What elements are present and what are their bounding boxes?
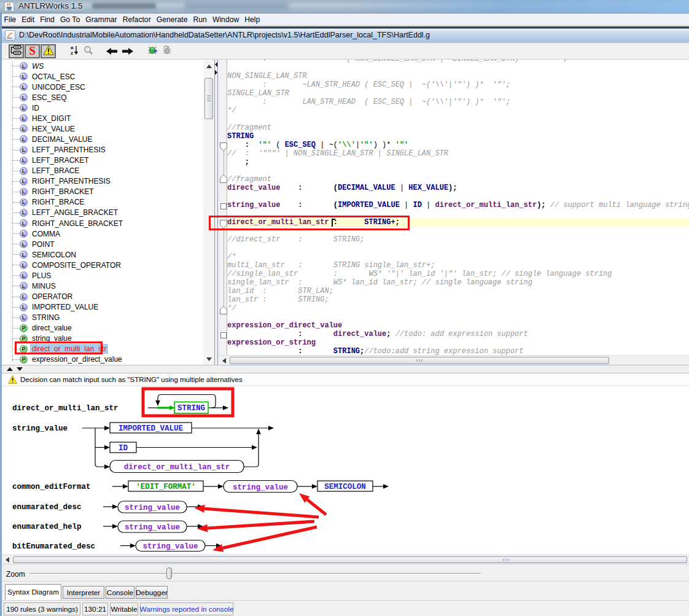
- scrollbar-left-arrow-icon[interactable]: [2, 556, 12, 564]
- code-line: STRING: [227, 132, 689, 141]
- tab-debugger[interactable]: Debugger: [136, 586, 168, 599]
- tree-rule-RIGHT_ANGLE_BRACKET[interactable]: LRIGHT_ANGLE_BRACKET: [2, 218, 125, 228]
- tree-connector: [12, 192, 20, 192]
- go-forward-button[interactable]: [120, 44, 135, 58]
- show-warnings-toggle-button[interactable]: [41, 44, 56, 58]
- scrollbar-left-arrow-icon[interactable]: [219, 356, 228, 365]
- rule-label: HEX_DIGIT: [30, 114, 72, 123]
- tree-rule-DECIMAL_VALUE[interactable]: LDECIMAL_VALUE: [2, 134, 94, 144]
- menu-go-to[interactable]: Go To: [57, 14, 82, 25]
- annotation-box-editor-rule: [209, 216, 410, 230]
- tree-connector: [12, 66, 20, 66]
- menu-run[interactable]: Run: [190, 14, 209, 25]
- syntax-diagram-toggle-button[interactable]: [9, 44, 24, 58]
- diagram-node-label: direct_or_multi_lan_str: [124, 463, 230, 472]
- zoom-slider-track[interactable]: [29, 573, 481, 574]
- tree-rule-IMPORTED_VALUE[interactable]: LIMPORTED_VALUE: [2, 302, 100, 313]
- parser-rule-icon: P: [20, 324, 28, 332]
- tree-rule-ID[interactable]: LID: [2, 103, 41, 113]
- rule-end-marker[interactable]: [220, 174, 227, 185]
- tree-rule-HEX_VALUE[interactable]: LHEX_VALUE: [2, 123, 77, 134]
- lexer-rule-icon: L: [20, 282, 28, 290]
- tree-rule-direct_value[interactable]: Pdirect_value: [2, 323, 74, 333]
- tree-rule-expression_or_direct_value[interactable]: Pexpression_or_direct_value: [2, 354, 124, 365]
- menu-refactor[interactable]: Refactor: [120, 14, 154, 25]
- tree-rule-ESC_SEQ[interactable]: LESC_SEQ: [2, 92, 69, 103]
- tree-rule-MINUS[interactable]: LMINUS: [2, 281, 58, 291]
- editor-horizontal-scrollbar[interactable]: [218, 355, 689, 365]
- tree-rule-UNICODE_ESC[interactable]: LUNICODE_ESC: [2, 82, 87, 92]
- menu-grammar[interactable]: Grammar: [83, 14, 120, 25]
- editor-code[interactable]: : '"""' ( NON_SINGLE_LAN_STR | SINGLE_LA…: [227, 60, 689, 355]
- debug-remote-button[interactable]: [159, 44, 174, 58]
- code-line: : '"' ( ESC_SEQ | ~('\\'|'"') )* '"': [227, 141, 689, 149]
- menu-window[interactable]: Window: [209, 14, 241, 25]
- rule-marker-square[interactable]: [220, 332, 227, 338]
- window-titlebar[interactable]: ANTLRWorks 1.5: [0, 0, 689, 14]
- rule-label: SEMICOLON: [30, 250, 78, 260]
- menu-edit[interactable]: Edit: [19, 14, 37, 25]
- annotation-arrow: [212, 527, 317, 552]
- tree-rule-RIGHT_PARENTHESIS[interactable]: LRIGHT_PARENTHESIS: [2, 176, 112, 187]
- scrollbar-thumb[interactable]: [13, 556, 687, 563]
- tree-rule-LEFT_ANGLE_BRACKET[interactable]: LLEFT_ANGLE_BRACKET: [2, 208, 120, 218]
- rule-marker-square[interactable]: [220, 203, 227, 209]
- sort-rules-button[interactable]: az: [68, 44, 82, 58]
- tree-rule-PLUS[interactable]: LPLUS: [2, 270, 53, 281]
- lexer-rule-icon: L: [20, 157, 28, 165]
- menu-generate[interactable]: Generate: [154, 14, 190, 25]
- go-back-button[interactable]: [104, 44, 119, 58]
- rule-end-marker[interactable]: [220, 306, 227, 317]
- code-line: /*: [227, 252, 689, 261]
- grammar-file-icon: [5, 30, 15, 41]
- code-line: [227, 115, 689, 123]
- scrollbar-thumb[interactable]: [230, 357, 609, 364]
- tree-rule-HEX_DIGIT[interactable]: LHEX_DIGIT: [2, 113, 72, 123]
- menu-find[interactable]: Find: [37, 14, 58, 25]
- debug-bug-icon: [147, 45, 158, 58]
- menu-file[interactable]: File: [1, 14, 19, 25]
- split-divider-horizontal[interactable]: [0, 365, 689, 373]
- tree-rule-LEFT_BRACKET[interactable]: LLEFT_BRACKET: [2, 155, 91, 166]
- tab-console[interactable]: Console: [106, 586, 134, 599]
- rule-label: MINUS: [30, 281, 58, 291]
- tree-rule-LEFT_PARENTHESIS[interactable]: LLEFT_PARENTHESIS: [2, 145, 107, 155]
- tree-rule-OCTAL_ESC[interactable]: LOCTAL_ESC: [2, 71, 77, 82]
- diagram-node-label: string_value: [125, 523, 180, 532]
- debug-button[interactable]: [145, 44, 160, 58]
- tab-syntax-diagram[interactable]: Syntax Diagram: [5, 584, 61, 600]
- tree-rule-RIGHT_BRACE[interactable]: LRIGHT_BRACE: [2, 197, 86, 208]
- tree-rule-COMMA[interactable]: LCOMMA: [2, 228, 62, 239]
- tree-rule-SEMICOLON[interactable]: LSEMICOLON: [2, 249, 78, 260]
- tree-rule-LEFT_BRACE[interactable]: LLEFT_BRACE: [2, 166, 81, 176]
- tab-interpreter[interactable]: Interpreter: [63, 586, 104, 599]
- zoom-slider-thumb[interactable]: [166, 567, 172, 579]
- split-collapse-arrows-icon[interactable]: [215, 62, 217, 76]
- rule-label: COMMA: [30, 229, 62, 239]
- diagram-horizontal-scrollbar[interactable]: [2, 555, 689, 564]
- tree-rule-COMPOSITE_OPERATOR[interactable]: LCOMPOSITE_OPERATOR: [2, 260, 123, 270]
- tree-connector: [12, 128, 20, 129]
- find-button[interactable]: [81, 44, 96, 58]
- grammar-editor[interactable]: : '"""' ( NON_SINGLE_LAN_STR | SINGLE_LA…: [218, 60, 689, 355]
- tree-rule-WS[interactable]: LWS: [2, 61, 45, 71]
- status-console-link[interactable]: Warnings reported in console: [140, 602, 233, 615]
- scrollbar-thumb[interactable]: [204, 78, 213, 119]
- tree-rule-OPERATOR[interactable]: LOPERATOR: [2, 292, 74, 302]
- tree-rule-RIGHT_BRACKET[interactable]: LRIGHT_BRACKET: [2, 187, 96, 197]
- tree-rule-STRING[interactable]: LSTRING: [2, 313, 61, 323]
- syntax-coloring-toggle-button[interactable]: S: [25, 44, 40, 58]
- lexer-rule-icon: L: [20, 167, 28, 175]
- toolbar: Saz: [0, 43, 689, 60]
- tree-connector: [12, 150, 20, 150]
- tree-connector: [12, 233, 20, 234]
- tree-rule-POINT[interactable]: LPOINT: [2, 239, 56, 249]
- lexer-rule-icon: L: [20, 261, 28, 269]
- parser-rule-icon: P: [20, 356, 28, 364]
- tree-vertical-scrollbar[interactable]: [203, 60, 214, 365]
- split-collapse-arrows-icon[interactable]: [7, 367, 23, 371]
- tree-connector: [12, 118, 20, 119]
- scrollbar-down-arrow-icon[interactable]: [204, 354, 214, 364]
- menu-help[interactable]: Help: [242, 14, 263, 25]
- scrollbar-up-arrow-icon[interactable]: [204, 61, 214, 71]
